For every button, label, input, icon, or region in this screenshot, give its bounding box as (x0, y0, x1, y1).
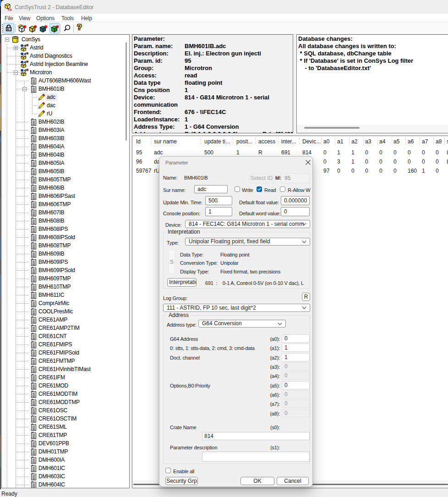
svg-text:cs: cs (8, 7, 12, 11)
